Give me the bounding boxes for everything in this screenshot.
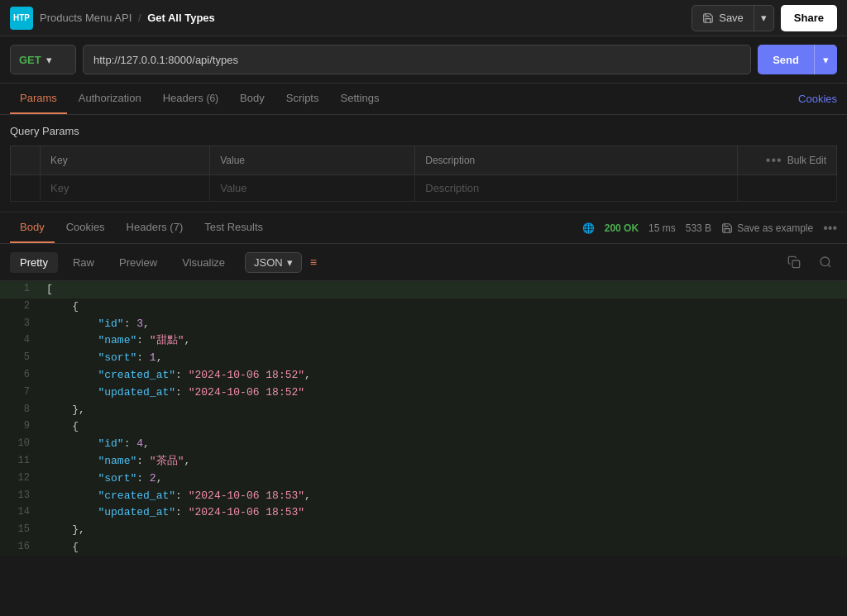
json-line: 5 "sort": 1, <box>0 350 847 367</box>
json-line: 1 [ <box>0 281 847 298</box>
resp-tab-headers[interactable]: Headers (7) <box>117 212 194 243</box>
request-tabs: Params Authorization Headers (6) Body Sc… <box>0 84 847 115</box>
json-line: 15 }, <box>0 522 847 539</box>
method-label: GET <box>19 54 41 66</box>
tab-params[interactable]: Params <box>10 84 67 114</box>
line-number: 15 <box>0 522 40 539</box>
line-number: 6 <box>0 367 40 384</box>
app-logo: HTP <box>10 7 33 30</box>
top-bar: HTP Products Menu API / Get All Types Sa… <box>0 0 847 36</box>
col-desc-header: Description <box>415 146 738 175</box>
format-type-label: JSON <box>254 256 283 269</box>
bulk-edit-dots-icon[interactable]: ••• <box>766 153 782 168</box>
cookies-link[interactable]: Cookies <box>798 84 837 113</box>
url-input-wrap <box>83 45 751 74</box>
line-number: 8 <box>0 402 40 419</box>
format-bar-right <box>782 251 837 274</box>
line-number: 11 <box>0 453 40 470</box>
line-content: }, <box>40 402 847 419</box>
row-checkbox[interactable] <box>11 175 41 202</box>
breadcrumb-parent[interactable]: Products Menu API <box>40 12 132 24</box>
col-value-header: Value <box>210 146 415 175</box>
json-line: 8 }, <box>0 402 847 419</box>
tab-headers[interactable]: Headers (6) <box>153 84 228 114</box>
line-content: "created_at": "2024-10-06 18:53", <box>40 488 847 505</box>
line-number: 4 <box>0 332 40 350</box>
save-icon <box>702 12 714 24</box>
line-content: "updated_at": "2024-10-06 18:53" <box>40 504 847 522</box>
json-line: 13 "created_at": "2024-10-06 18:53", <box>0 488 847 505</box>
line-content: }, <box>40 522 847 539</box>
format-tab-preview[interactable]: Preview <box>109 252 167 273</box>
json-line: 6 "created_at": "2024-10-06 18:52", <box>0 367 847 384</box>
resp-tab-cookies[interactable]: Cookies <box>56 212 115 243</box>
line-content: "updated_at": "2024-10-06 18:52" <box>40 384 847 402</box>
col-bulk-header: ••• Bulk Edit <box>738 146 837 175</box>
save-dropdown-arrow[interactable]: ▾ <box>754 6 773 31</box>
line-content: { <box>40 418 847 436</box>
method-dropdown-icon: ▾ <box>46 54 52 66</box>
method-select[interactable]: GET ▾ <box>10 45 76 74</box>
query-params-section: Query Params Key Value Description ••• B… <box>0 115 847 212</box>
row-bulk <box>738 175 837 202</box>
format-tab-visualize[interactable]: Visualize <box>172 252 235 273</box>
row-value[interactable]: Value <box>210 175 415 202</box>
svg-rect-0 <box>792 260 800 268</box>
send-button[interactable]: Send ▾ <box>758 45 837 74</box>
response-time: 15 ms <box>648 222 676 234</box>
format-type-selector[interactable]: JSON ▾ <box>245 252 302 273</box>
line-content: { <box>40 539 847 556</box>
params-row-empty: Key Value Description <box>11 175 837 202</box>
copy-icon[interactable] <box>782 251 806 274</box>
more-options-icon[interactable]: ••• <box>823 221 837 236</box>
save-example-label: Save as example <box>737 222 813 234</box>
save-as-example-button[interactable]: Save as example <box>721 222 813 234</box>
status-code: 200 OK <box>605 222 639 234</box>
col-key-header: Key <box>41 146 210 175</box>
tab-scripts[interactable]: Scripts <box>276 84 329 114</box>
breadcrumb-separator: / <box>138 12 141 24</box>
response-meta: 🌐 200 OK 15 ms 533 B Save as example ••• <box>582 221 837 236</box>
bulk-edit-label[interactable]: Bulk Edit <box>787 155 826 166</box>
svg-point-1 <box>821 257 830 266</box>
response-section: Body Cookies Headers (7) Test Results 🌐 … <box>0 212 847 556</box>
top-bar-left: HTP Products Menu API / Get All Types <box>10 7 215 30</box>
row-desc[interactable]: Description <box>415 175 738 202</box>
line-number: 1 <box>0 281 40 298</box>
line-content: "name": "甜點", <box>40 332 847 350</box>
tab-settings[interactable]: Settings <box>330 84 389 114</box>
json-line: 4 "name": "甜點", <box>0 332 847 350</box>
save-button[interactable]: Save ▾ <box>691 5 774 31</box>
row-key[interactable]: Key <box>41 175 210 202</box>
format-tab-pretty[interactable]: Pretty <box>10 252 58 273</box>
resp-tab-body[interactable]: Body <box>10 212 55 243</box>
filter-icon[interactable]: ≡ <box>310 255 317 269</box>
line-number: 12 <box>0 470 40 488</box>
json-line: 3 "id": 3, <box>0 316 847 333</box>
json-line: 2 { <box>0 298 847 316</box>
line-number: 3 <box>0 316 40 333</box>
line-content: "id": 3, <box>40 316 847 333</box>
resp-tab-test-results[interactable]: Test Results <box>194 212 273 243</box>
line-number: 16 <box>0 539 40 556</box>
globe-icon: 🌐 <box>582 222 595 234</box>
top-bar-right: Save ▾ Share <box>691 5 837 31</box>
tab-authorization[interactable]: Authorization <box>69 84 151 114</box>
line-number: 5 <box>0 350 40 367</box>
save-button-main[interactable]: Save <box>692 6 754 31</box>
line-number: 7 <box>0 384 40 402</box>
line-content: { <box>40 298 847 316</box>
line-content: "created_at": "2024-10-06 18:52", <box>40 367 847 384</box>
send-dropdown-arrow[interactable]: ▾ <box>815 45 837 74</box>
json-line: 12 "sort": 2, <box>0 470 847 488</box>
tab-body[interactable]: Body <box>230 84 275 114</box>
send-label[interactable]: Send <box>758 45 815 74</box>
share-button[interactable]: Share <box>781 5 837 31</box>
search-icon[interactable] <box>814 251 837 274</box>
url-input[interactable] <box>93 54 740 66</box>
query-params-title: Query Params <box>10 125 837 137</box>
format-tab-raw[interactable]: Raw <box>63 252 104 273</box>
line-content: [ <box>40 281 847 298</box>
breadcrumb-current: Get All Types <box>147 12 215 24</box>
json-line: 11 "name": "茶品", <box>0 453 847 470</box>
